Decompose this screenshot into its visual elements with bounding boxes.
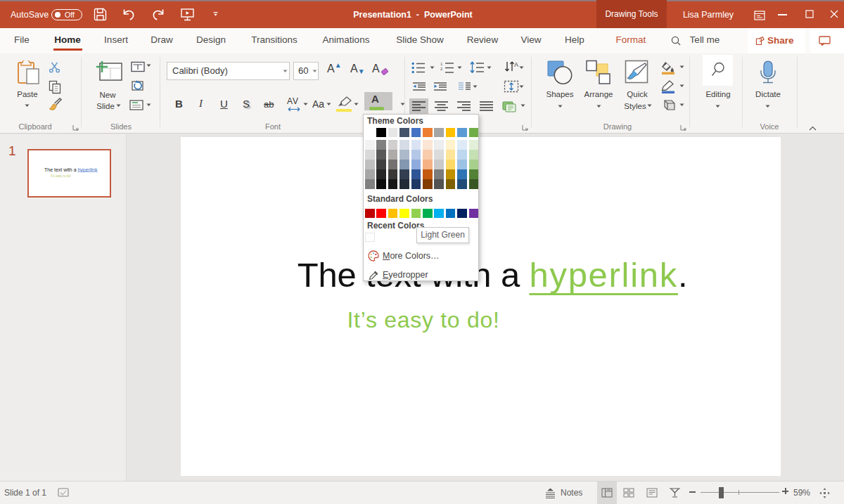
svg-text:A: A [514, 61, 518, 68]
svg-text:2: 2 [440, 67, 443, 71]
svg-text:1: 1 [440, 62, 443, 66]
